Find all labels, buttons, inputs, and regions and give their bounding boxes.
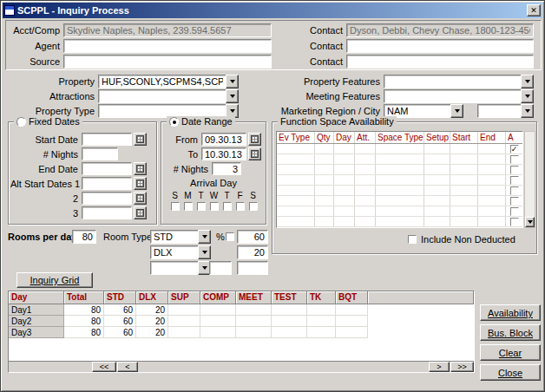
function-space-row[interactable]	[277, 186, 522, 196]
arrival-day-checkbox[interactable]	[236, 202, 245, 211]
end-date-field[interactable]	[82, 162, 132, 175]
arrival-day-checkbox[interactable]	[197, 202, 206, 211]
alt-start-2-calendar-button[interactable]	[134, 192, 147, 205]
marketing-city-dropdown-button[interactable]	[521, 104, 534, 118]
grid-row[interactable]: Day2806020	[9, 316, 474, 327]
property-features-dropdown-button[interactable]	[521, 75, 534, 88]
grid-cell: 20	[136, 304, 168, 316]
meeting-features-input[interactable]	[384, 89, 522, 103]
source-field[interactable]	[63, 55, 272, 69]
titlebar[interactable]: SCPPL - Inquiry Process ✕	[3, 3, 542, 18]
grid-cell	[336, 316, 368, 327]
bus-block-button[interactable]: Bus. Block	[480, 324, 541, 341]
include-non-deducted-checkbox[interactable]	[408, 235, 417, 244]
arrival-day-checkbox-cell	[207, 201, 220, 212]
function-space-cell	[315, 165, 334, 174]
contact-label-2: Contact	[292, 40, 343, 53]
function-space-scrollbar[interactable]	[524, 131, 535, 228]
function-space-row[interactable]	[277, 165, 522, 175]
range-nights-field[interactable]	[212, 162, 241, 175]
attractions-input[interactable]	[98, 89, 227, 103]
function-space-cell	[478, 206, 506, 216]
marketing-region-dropdown-button[interactable]	[450, 104, 463, 118]
rooms-per-day-field[interactable]	[72, 230, 96, 244]
end-date-calendar-button[interactable]	[134, 162, 147, 175]
availability-checkbox[interactable]	[510, 218, 519, 226]
arrival-day-checkbox[interactable]	[171, 202, 180, 211]
scroll-down-button[interactable]	[525, 217, 535, 227]
room-type-1-input[interactable]	[150, 230, 199, 244]
availability-checkbox[interactable]: ✓	[510, 145, 519, 154]
arrival-day-checkbox[interactable]	[210, 202, 219, 211]
fixed-nights-field[interactable]	[82, 147, 118, 160]
from-date-field[interactable]	[201, 133, 246, 146]
function-space-row[interactable]	[277, 217, 522, 227]
grid-prev-button[interactable]: <	[117, 362, 138, 372]
room-type-2-value-field[interactable]	[237, 245, 268, 259]
to-date-field[interactable]	[201, 147, 246, 160]
arrival-day-letter: M	[181, 190, 194, 200]
availability-checkbox[interactable]	[510, 186, 519, 195]
grid-row[interactable]: Day3806020	[9, 327, 474, 338]
percent-checkbox[interactable]	[226, 232, 234, 241]
availability-checkbox[interactable]	[510, 197, 519, 206]
property-combo-input[interactable]	[98, 75, 227, 88]
property-features-input[interactable]	[384, 75, 522, 88]
source-contact-field[interactable]	[346, 55, 534, 69]
grid-row[interactable]: Day1806020	[9, 304, 474, 316]
function-space-row[interactable]	[277, 206, 522, 217]
inquiry-grid-button[interactable]: Inquiry Grid	[16, 272, 93, 288]
room-type-1-dropdown-button[interactable]	[198, 230, 211, 244]
function-space-cell	[450, 175, 478, 185]
start-date-calendar-button[interactable]	[134, 133, 147, 146]
availability-button[interactable]: Availability	[480, 304, 541, 321]
arrival-day-checkbox[interactable]	[223, 202, 232, 211]
property-dropdown-button[interactable]	[226, 75, 239, 88]
grid-next-button[interactable]: >	[429, 362, 450, 372]
clear-button[interactable]: Clear	[480, 344, 541, 361]
function-space-row[interactable]: ✓	[277, 144, 522, 154]
alt-start-1-calendar-button[interactable]	[134, 177, 147, 190]
alt-start-3-calendar-button[interactable]	[134, 206, 147, 219]
agent-contact-field[interactable]	[346, 39, 534, 53]
acct-contact-field[interactable]	[346, 23, 534, 37]
availability-checkbox[interactable]	[510, 176, 519, 185]
availability-checkbox[interactable]	[510, 207, 519, 216]
room-type-2-input[interactable]	[150, 245, 199, 259]
grid-first-button[interactable]: <<	[92, 362, 116, 372]
close-action-button[interactable]: Close	[480, 364, 541, 381]
grid-last-button[interactable]: >>	[450, 362, 474, 372]
alt-start-2-field[interactable]	[82, 192, 132, 205]
availability-checkbox[interactable]	[510, 166, 519, 174]
function-space-header-row: Ev TypeQtyDayAtt.Space TypeSetupStartEnd…	[277, 132, 522, 144]
agent-field[interactable]	[63, 39, 272, 53]
to-calendar-button[interactable]	[248, 147, 261, 160]
include-non-deducted-label: Include Non Deducted	[421, 233, 515, 246]
attractions-dropdown-button[interactable]	[226, 89, 239, 103]
date-range-radio[interactable]	[169, 117, 179, 127]
function-space-row[interactable]	[277, 154, 522, 165]
function-space-cell	[334, 206, 355, 216]
marketing-city-input[interactable]	[477, 104, 522, 118]
start-date-field[interactable]	[82, 133, 132, 146]
alt-start-1-field[interactable]	[82, 177, 132, 190]
property-label: Property	[1, 75, 95, 88]
alt-start-3-field[interactable]	[82, 206, 132, 219]
room-type-1-value-field[interactable]	[237, 230, 268, 244]
room-type-2-dropdown-button[interactable]	[198, 245, 211, 259]
meeting-features-dropdown-button[interactable]	[521, 89, 534, 103]
arrival-day-checkbox[interactable]	[184, 202, 193, 211]
acct-comp-field[interactable]	[63, 23, 272, 37]
fixed-dates-radio[interactable]	[16, 117, 26, 127]
from-calendar-button[interactable]	[248, 133, 261, 146]
room-type-3-extra-field[interactable]	[209, 261, 232, 275]
close-button[interactable]: ✕	[527, 4, 541, 16]
function-space-header: A	[506, 132, 523, 143]
arrival-day-checkbox[interactable]	[249, 202, 258, 211]
room-type-3-value-field[interactable]	[237, 261, 268, 275]
function-space-row[interactable]	[277, 175, 522, 186]
function-space-cell	[424, 175, 450, 185]
function-space-row[interactable]	[277, 196, 522, 206]
room-type-3-input[interactable]	[150, 261, 199, 275]
availability-checkbox[interactable]	[510, 155, 519, 164]
